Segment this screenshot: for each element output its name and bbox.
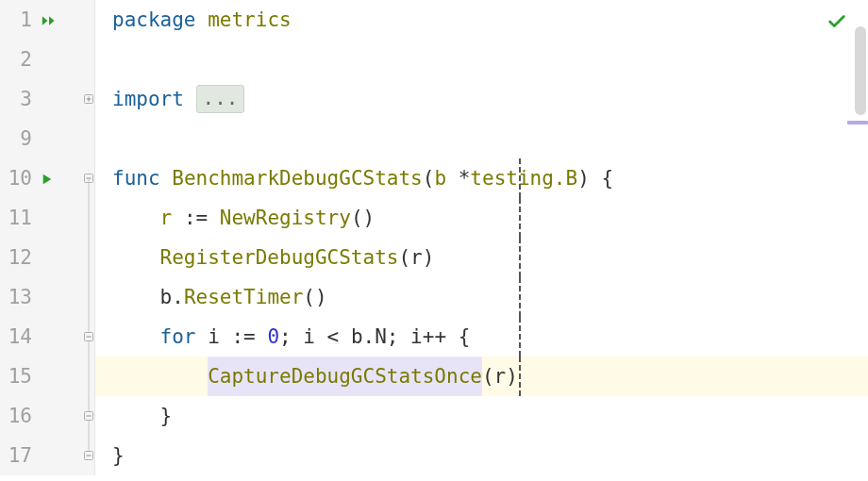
brace: } bbox=[160, 396, 173, 436]
gutter: 10 bbox=[0, 158, 95, 198]
code-line[interactable]: 9 bbox=[0, 119, 868, 158]
column-guide bbox=[519, 198, 521, 238]
line-number: 13 bbox=[0, 277, 36, 317]
func-name: BenchmarkDebugGCStats bbox=[172, 158, 423, 198]
call-registerdebuggcstats: RegisterDebugGCStats bbox=[160, 238, 399, 277]
keyword-for: for bbox=[160, 317, 196, 357]
code-line-highlighted[interactable]: 15 CaptureDebugGCStatsOnce(r) bbox=[0, 357, 868, 396]
var-r: r bbox=[160, 198, 173, 238]
scrollbar-thumb[interactable] bbox=[855, 26, 866, 115]
column-guide bbox=[519, 317, 521, 357]
gutter: 12 bbox=[0, 238, 95, 277]
keyword-package: package bbox=[112, 0, 196, 40]
package-name: metrics bbox=[208, 0, 292, 40]
fold-end-icon[interactable] bbox=[84, 451, 93, 460]
gutter: 3 bbox=[0, 79, 95, 119]
line-number: 3 bbox=[0, 79, 36, 119]
inspection-ok-icon[interactable] bbox=[826, 6, 847, 45]
code-line[interactable]: 13 b.ResetTimer() bbox=[0, 277, 868, 317]
brace: } bbox=[112, 436, 125, 475]
gutter: 16 bbox=[0, 396, 95, 436]
blank-line bbox=[95, 40, 868, 79]
line-number: 12 bbox=[0, 238, 36, 277]
param-type: testing.B bbox=[470, 158, 577, 198]
blank-line bbox=[95, 119, 868, 158]
gutter: 13 bbox=[0, 277, 95, 317]
param-name: b bbox=[434, 158, 446, 198]
line-number: 15 bbox=[0, 357, 36, 396]
line-number: 17 bbox=[0, 436, 36, 475]
line-number: 14 bbox=[0, 317, 36, 357]
column-guide bbox=[519, 357, 521, 396]
line-number: 2 bbox=[0, 40, 36, 79]
line-number: 9 bbox=[0, 119, 36, 158]
call-capturedebuggcstatsonce: CaptureDebugGCStatsOnce bbox=[208, 357, 482, 396]
column-guide bbox=[519, 277, 521, 317]
keyword-import: import bbox=[112, 79, 184, 119]
call-newregistry: NewRegistry bbox=[220, 198, 351, 238]
code-line[interactable]: 14 for i := 0; i < b.N; i++ { bbox=[0, 317, 868, 357]
gutter: 17 bbox=[0, 436, 95, 475]
gutter: 15 bbox=[0, 357, 95, 396]
line-number: 1 bbox=[0, 0, 36, 40]
gutter: 2 bbox=[0, 40, 95, 79]
code-line[interactable]: 12 RegisterDebugGCStats(r) bbox=[0, 238, 868, 277]
code-line[interactable]: 2 bbox=[0, 40, 868, 79]
line-number: 10 bbox=[0, 158, 36, 198]
gutter: 9 bbox=[0, 119, 95, 158]
code-editor[interactable]: 1 package metrics 2 3 bbox=[0, 0, 868, 481]
line-number: 16 bbox=[0, 396, 36, 436]
fold-collapse-icon[interactable] bbox=[84, 332, 93, 341]
code-line[interactable]: 3 import ... bbox=[0, 79, 868, 119]
folded-imports[interactable]: ... bbox=[196, 85, 245, 113]
gutter: 14 bbox=[0, 317, 95, 357]
call-resettimer: ResetTimer bbox=[184, 277, 303, 317]
fold-expand-icon[interactable] bbox=[84, 94, 93, 104]
code-line[interactable]: 16 } bbox=[0, 396, 868, 436]
fold-end-icon[interactable] bbox=[84, 411, 93, 421]
gutter: 11 bbox=[0, 198, 95, 238]
code-line[interactable]: 10 func BenchmarkDebugGCStats(b *testing… bbox=[0, 158, 868, 198]
line-number: 11 bbox=[0, 198, 36, 238]
column-guide bbox=[519, 238, 521, 277]
code-line[interactable]: 11 r := NewRegistry() bbox=[0, 198, 868, 238]
keyword-func: func bbox=[112, 158, 160, 198]
run-icon[interactable] bbox=[42, 158, 53, 198]
number-zero: 0 bbox=[267, 317, 279, 357]
code-line[interactable]: 1 package metrics bbox=[0, 0, 868, 40]
fold-column bbox=[83, 0, 94, 40]
code-line[interactable]: 17 } bbox=[0, 436, 868, 475]
gutter: 1 bbox=[0, 0, 95, 40]
run-all-icon[interactable] bbox=[42, 0, 57, 40]
